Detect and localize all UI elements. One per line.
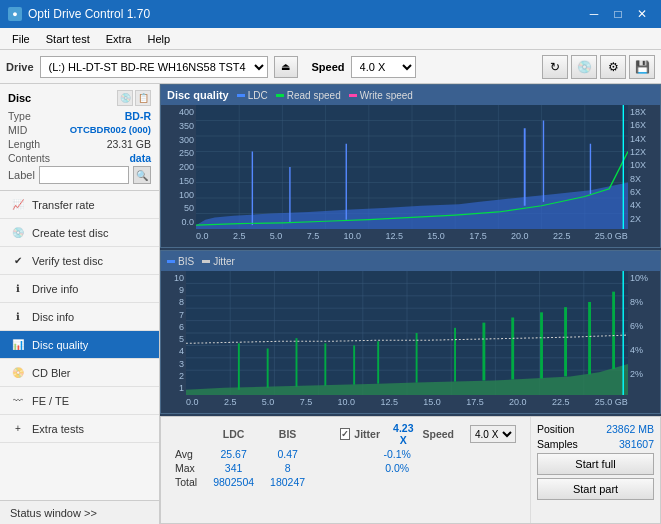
disc-quality-icon: 📊 <box>10 337 26 353</box>
disc-label-row: Label 🔍 <box>8 166 151 184</box>
disc-icon-1[interactable]: 💿 <box>117 90 133 106</box>
speed-value-select[interactable]: 4.0 X <box>470 425 516 443</box>
menu-help[interactable]: Help <box>139 28 178 50</box>
chart2-y-right: 10% 8% 6% 4% 2% <box>628 271 660 413</box>
stats-max-speed <box>462 461 524 475</box>
status-window-label: Status window >> <box>10 507 97 519</box>
disc-mid-value: OTCBDR002 (000) <box>70 124 151 136</box>
sidebar-item-drive-info[interactable]: ℹ Drive info <box>0 275 159 303</box>
speed-select[interactable]: 4.0 X <box>351 56 416 78</box>
legend-ldc-label: LDC <box>248 90 268 101</box>
stats-avg-label: Avg <box>167 447 205 461</box>
sidebar-item-extra-tests[interactable]: + Extra tests <box>0 415 159 443</box>
disc-title: Disc <box>8 92 31 104</box>
disc-contents-row: Contents data <box>8 152 151 164</box>
sidebar-item-verify-test-disc[interactable]: ✔ Verify test disc <box>0 247 159 275</box>
legend-jitter: Jitter <box>202 256 235 267</box>
chart1-svg <box>196 105 628 229</box>
chart2-panel: BIS Jitter 10 9 8 7 6 5 4 3 2 <box>160 250 661 414</box>
chart1-title-bar: Disc quality LDC Read speed Write speed <box>161 85 660 105</box>
disc-type-value: BD-R <box>125 110 151 122</box>
stats-speed-label: Speed <box>422 428 454 440</box>
sidebar-item-disc-quality[interactable]: 📊 Disc quality <box>0 331 159 359</box>
stats-avg-jitter: -0.1% <box>332 447 462 461</box>
stats-table: LDC BIS ✓ Jitter 4.23 X Speed <box>167 421 524 489</box>
samples-row: Samples 381607 <box>537 438 654 450</box>
disc-icon[interactable]: 💿 <box>571 55 597 79</box>
create-test-disc-icon: 💿 <box>10 225 26 241</box>
stats-max-jitter: 0.0% <box>332 461 462 475</box>
transfer-rate-icon: 📈 <box>10 197 26 213</box>
chart2-x-axis: 0.0 2.5 5.0 7.5 10.0 12.5 15.0 17.5 20.0… <box>186 395 628 413</box>
stats-panel: LDC BIS ✓ Jitter 4.23 X Speed <box>160 416 661 524</box>
legend-bis-label: BIS <box>178 256 194 267</box>
sidebar-item-fe-te[interactable]: 〰 FE / TE <box>0 387 159 415</box>
disc-label-input[interactable] <box>39 166 129 184</box>
legend-write-speed-label: Write speed <box>360 90 413 101</box>
disc-icon-2[interactable]: 📋 <box>135 90 151 106</box>
sidebar: Disc 💿 📋 Type BD-R MID OTCBDR002 (000) L… <box>0 84 160 524</box>
stats-total-jitter <box>332 475 462 489</box>
jitter-checkbox[interactable]: ✓ <box>340 428 350 440</box>
eject-button[interactable]: ⏏ <box>274 56 298 78</box>
menu-bar: File Start test Extra Help <box>0 28 661 50</box>
sidebar-item-cd-bler[interactable]: 📀 CD Bler <box>0 359 159 387</box>
stats-right: Position 23862 MB Samples 381607 Start f… <box>530 417 660 523</box>
drive-select[interactable]: (L:) HL-DT-ST BD-RE WH16NS58 TST4 <box>40 56 268 78</box>
stats-header-jitter: Jitter <box>354 428 380 440</box>
stats-avg-speed <box>462 447 524 461</box>
position-row: Position 23862 MB <box>537 423 654 435</box>
stats-total-speed <box>462 475 524 489</box>
chart1-x-axis: 0.0 2.5 5.0 7.5 10.0 12.5 15.0 17.5 20.0… <box>196 229 628 247</box>
disc-length-value: 23.31 GB <box>107 138 151 150</box>
sidebar-item-disc-info[interactable]: ℹ Disc info <box>0 303 159 331</box>
chart1-y-right: 18X 16X 14X 12X 10X 8X 6X 4X 2X <box>628 105 660 247</box>
nav-label-disc-quality: Disc quality <box>32 339 88 351</box>
start-part-button[interactable]: Start part <box>537 478 654 500</box>
stats-speed-display: 4.23 X <box>392 422 414 446</box>
drive-bar: Drive (L:) HL-DT-ST BD-RE WH16NS58 TST4 … <box>0 50 661 84</box>
stats-max-label: Max <box>167 461 205 475</box>
minimize-button[interactable]: ─ <box>583 5 605 23</box>
legend-write-speed: Write speed <box>349 90 413 101</box>
speed-label: Speed <box>312 61 345 73</box>
sidebar-item-create-test-disc[interactable]: 💿 Create test disc <box>0 219 159 247</box>
legend-write-speed-dot <box>349 94 357 97</box>
menu-extra[interactable]: Extra <box>98 28 140 50</box>
menu-file[interactable]: File <box>4 28 38 50</box>
stats-row-total: Total 9802504 180247 <box>167 475 524 489</box>
disc-header-icons: 💿 📋 <box>117 90 151 106</box>
chart2-canvas: 0.0 2.5 5.0 7.5 10.0 12.5 15.0 17.5 20.0… <box>186 271 628 413</box>
disc-label-label: Label <box>8 169 35 181</box>
legend-bis-dot <box>167 260 175 263</box>
title-bar-controls[interactable]: ─ □ ✕ <box>583 5 653 23</box>
chart1-body: 400 350 300 250 200 150 100 50 0.0 <box>161 105 660 247</box>
save-icon[interactable]: 💾 <box>629 55 655 79</box>
status-window-button[interactable]: Status window >> <box>0 500 159 524</box>
legend-ldc-dot <box>237 94 245 97</box>
sidebar-item-transfer-rate[interactable]: 📈 Transfer rate <box>0 191 159 219</box>
settings-icon[interactable]: ⚙ <box>600 55 626 79</box>
app-title: Opti Drive Control 1.70 <box>28 7 150 21</box>
start-full-button[interactable]: Start full <box>537 453 654 475</box>
disc-contents-value: data <box>129 152 151 164</box>
legend-read-speed-dot <box>276 94 284 97</box>
stats-total-label: Total <box>167 475 205 489</box>
disc-label-browse[interactable]: 🔍 <box>133 166 151 184</box>
maximize-button[interactable]: □ <box>607 5 629 23</box>
stats-avg-bis: 0.47 <box>262 447 313 461</box>
nav-label-verify-test-disc: Verify test disc <box>32 255 103 267</box>
disc-length-label: Length <box>8 138 40 150</box>
stats-max-spacer <box>313 461 332 475</box>
stats-total-ldc: 9802504 <box>205 475 262 489</box>
disc-panel: Disc 💿 📋 Type BD-R MID OTCBDR002 (000) L… <box>0 84 159 191</box>
close-button[interactable]: ✕ <box>631 5 653 23</box>
nav-label-cd-bler: CD Bler <box>32 367 71 379</box>
disc-mid-label: MID <box>8 124 27 136</box>
stats-max-ldc: 341 <box>205 461 262 475</box>
refresh-icon[interactable]: ↻ <box>542 55 568 79</box>
legend-read-speed-label: Read speed <box>287 90 341 101</box>
menu-start-test[interactable]: Start test <box>38 28 98 50</box>
samples-label: Samples <box>537 438 578 450</box>
disc-length-row: Length 23.31 GB <box>8 138 151 150</box>
